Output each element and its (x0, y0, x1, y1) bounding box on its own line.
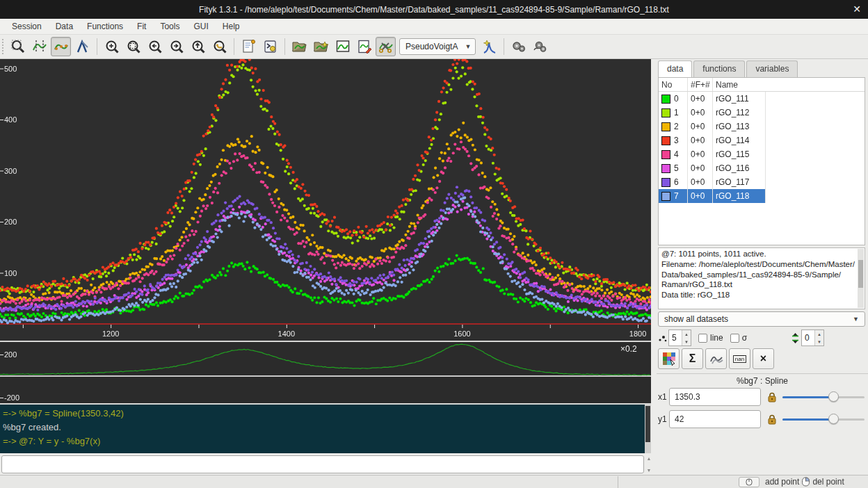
function-type-select[interactable]: PseudoVoigtA ▼ (399, 38, 476, 55)
sum-datasets-button[interactable]: Σ (682, 348, 703, 369)
param-row-x1: x1 1350.3 (657, 388, 868, 406)
tool-bar: PseudoVoigtA ▼ (0, 35, 868, 59)
command-input[interactable] (1, 455, 644, 473)
param-y1-value: 42 (675, 414, 684, 424)
menu-tools[interactable]: Tools (154, 19, 186, 33)
window-title: Fityk 1.3.1 - /home/aleplo/test/Document… (199, 5, 669, 15)
dataset-color-swatch (661, 150, 670, 159)
main-plot-canvas[interactable] (0, 59, 651, 341)
nan-glyph: nan (733, 355, 746, 363)
statusbar-divider (618, 476, 618, 488)
zoom-mode-icon[interactable] (8, 37, 28, 56)
mouse-hint-button[interactable] (739, 477, 760, 487)
param-x1-input[interactable]: 1350.3 (669, 388, 761, 406)
run-fit-icon[interactable] (508, 37, 529, 56)
dataset-colors-button[interactable] (658, 348, 680, 369)
console-scrollbar[interactable] (645, 405, 651, 453)
shift-spinner[interactable]: 0 ▲▼ (801, 330, 824, 346)
dataset-color-swatch (661, 192, 670, 201)
sigma-glyph: Σ (689, 352, 696, 365)
delete-dataset-button[interactable]: × (753, 348, 774, 369)
fityk-window: Fityk 1.3.1 - /home/aleplo/test/Document… (0, 0, 868, 488)
del-point-hint: del point (812, 477, 844, 487)
mouse-hints: add point del point (765, 477, 844, 487)
table-row[interactable]: 50+0rGO_116 (659, 161, 865, 175)
aux-plot-canvas[interactable] (0, 342, 651, 403)
tab-functions[interactable]: functions (693, 60, 745, 77)
panel-separator (657, 373, 868, 374)
param-y1-slider[interactable] (782, 414, 865, 425)
zoom-in-icon[interactable] (102, 37, 122, 56)
lock-icon[interactable] (767, 414, 777, 425)
baseline-mode-icon[interactable] (51, 37, 71, 56)
menu-gui[interactable]: GUI (187, 19, 214, 33)
param-label: x1 (658, 392, 669, 402)
dataset-color-swatch (661, 164, 670, 173)
param-x1-value: 1350.3 (675, 392, 700, 402)
param-label: y1 (658, 414, 669, 424)
zoom-vertical-icon[interactable] (188, 37, 208, 56)
table-row[interactable]: 20+0rGO_113 (659, 120, 865, 133)
lock-icon[interactable] (767, 392, 777, 402)
zoom-right-icon[interactable] (166, 37, 186, 56)
zoom-left-icon[interactable] (145, 37, 165, 56)
save-session-icon[interactable] (354, 37, 374, 56)
append-data-icon[interactable] (311, 37, 331, 56)
menu-functions[interactable]: Functions (81, 19, 129, 33)
tab-data[interactable]: data (658, 60, 692, 77)
sidebar: data functions variables No #F+# Name 00… (657, 59, 868, 475)
spin-down-icon[interactable]: ▼ (682, 338, 691, 345)
add-peak-mode-icon[interactable] (72, 37, 93, 56)
spin-down-icon[interactable]: ▼ (815, 338, 823, 345)
mouse-icon (745, 478, 753, 486)
execute-script-icon[interactable] (260, 37, 280, 56)
table-row[interactable]: 30+0rGO_114 (659, 133, 865, 147)
info-scrollbar[interactable] (858, 249, 864, 308)
title-bar: Fityk 1.3.1 - /home/aleplo/test/Document… (0, 0, 868, 19)
menu-session[interactable]: Session (6, 19, 48, 33)
point-size-spinner[interactable]: 5 ▲▼ (668, 330, 691, 346)
dataset-table-header: No #F+# Name (659, 78, 865, 92)
param-y1-input[interactable]: 42 (669, 410, 761, 428)
sigma-checkbox[interactable] (730, 334, 739, 343)
strip-background-icon[interactable] (376, 37, 396, 56)
copy-dataset-button[interactable] (705, 348, 727, 369)
menu-bar: Session Data Functions Fit Tools GUI Hel… (0, 19, 868, 35)
show-datasets-dropdown[interactable]: show all datasets ▼ (658, 311, 865, 327)
close-icon[interactable]: ✕ (853, 3, 861, 15)
zoom-all-icon[interactable] (123, 37, 143, 56)
menu-fit[interactable]: Fit (131, 19, 152, 33)
line-checkbox-label: line (710, 333, 723, 343)
export-plot-icon[interactable] (332, 37, 353, 56)
add-point-hint: add point (765, 477, 799, 487)
table-row[interactable]: 10+0rGO_112 (659, 106, 865, 120)
line-checkbox[interactable] (698, 334, 707, 343)
data-range-mode-icon[interactable] (29, 37, 49, 56)
table-row[interactable]: 00+0rGO_111 (659, 92, 865, 106)
table-row[interactable]: 70+0rGO_118 (659, 189, 865, 203)
status-bar: add point del point (0, 475, 868, 488)
open-data-icon[interactable] (289, 37, 310, 56)
continue-fit-icon[interactable] (530, 37, 550, 56)
menu-help[interactable]: Help (216, 19, 246, 33)
remove-nan-button[interactable]: nan (729, 348, 750, 369)
previous-zoom-icon[interactable] (209, 37, 230, 56)
spin-up-icon[interactable]: ▲ (815, 330, 823, 338)
auto-add-peak-icon[interactable] (479, 37, 499, 56)
dataset-color-swatch (661, 136, 670, 145)
toolbar-grip (1, 38, 5, 55)
chevron-down-icon: ▼ (853, 316, 859, 323)
spin-up-icon[interactable]: ▲ (682, 330, 691, 338)
chevron-down-icon: ▼ (465, 43, 471, 50)
data-shift-icon (791, 333, 799, 343)
table-row[interactable]: 40+0rGO_115 (659, 147, 865, 161)
dataset-buttons-row: Σ nan × (658, 348, 774, 369)
vertical-splitter[interactable] (651, 59, 657, 475)
dataset-table-body: 00+0rGO_11110+0rGO_11220+0rGO_11330+0rGO… (659, 92, 865, 203)
table-row[interactable]: 60+0rGO_117 (659, 175, 865, 189)
menu-data[interactable]: Data (49, 19, 79, 33)
param-x1-slider[interactable] (782, 391, 865, 402)
edit-script-icon[interactable] (239, 37, 259, 56)
info-text: @7: 1011 points, 1011 active.Filename: /… (661, 249, 856, 300)
tab-variables[interactable]: variables (746, 60, 798, 77)
